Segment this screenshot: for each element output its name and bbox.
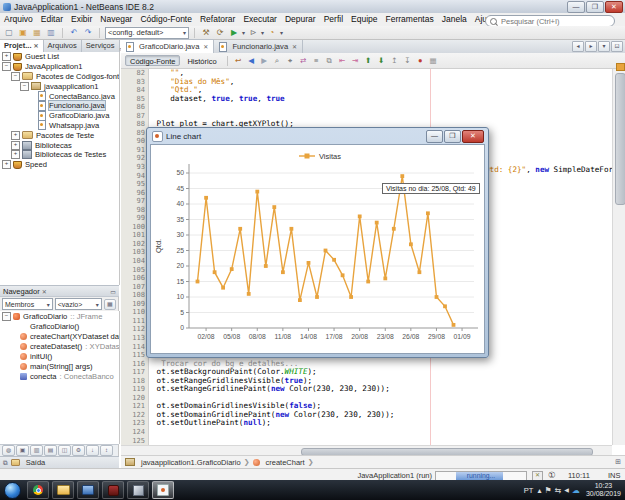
comment-icon[interactable]: ⇤: [337, 55, 348, 66]
menu-ferramentas[interactable]: Ferramentas: [382, 13, 438, 26]
tree-item[interactable]: Funcionario.java: [0, 101, 119, 111]
vertical-scrollbar-thumb[interactable]: [615, 73, 625, 205]
output-tab-row[interactable]: ⧉ Saída: [0, 456, 119, 468]
quick-search[interactable]: [488, 14, 620, 26]
history-view-button[interactable]: Histórico: [182, 55, 221, 66]
menu-código-fonte[interactable]: Código-Fonte: [136, 13, 196, 26]
minimize-button[interactable]: —: [567, 1, 585, 13]
menu-refatorar[interactable]: Refatorar: [196, 13, 239, 26]
code-line[interactable]: 124: [121, 428, 612, 437]
close-icon[interactable]: ✕: [292, 43, 297, 50]
tree-item[interactable]: +Pacotes de Teste: [0, 130, 119, 140]
expand-toggle[interactable]: +: [2, 52, 11, 61]
shift-left-icon[interactable]: ⬆: [363, 55, 374, 66]
profile-dropdown-icon[interactable]: ▾: [280, 29, 283, 36]
find-usages-icon[interactable]: ⌖: [285, 55, 296, 66]
taskbar-display-app[interactable]: [77, 481, 99, 499]
uncomment-icon[interactable]: ⇥: [350, 55, 361, 66]
navigator-item[interactable]: main(String[] args): [0, 361, 119, 371]
tree-item[interactable]: −javaapplication1: [0, 81, 119, 91]
run-icon[interactable]: ▶: [228, 27, 240, 38]
expand-toggle[interactable]: +: [11, 131, 20, 140]
navigator-item[interactable]: conecta: ConectaBanco: [0, 371, 119, 381]
menu-janela[interactable]: Janela: [438, 13, 471, 26]
navigator-item[interactable]: GraficoDiario(): [0, 321, 119, 331]
new-project-icon[interactable]: ▣: [17, 27, 29, 38]
flag-icon[interactable]: ⚑: [544, 486, 551, 495]
empty-combo[interactable]: <vazio>▾: [55, 298, 102, 310]
code-line[interactable]: 123 ot.setOutlinePaint(null);: [121, 419, 612, 428]
chart-canvas[interactable]: 0510152025303540455002/0805/0808/0811/08…: [150, 144, 485, 354]
expand-arrow-icon[interactable]: ▴: [537, 486, 541, 495]
move-up-icon[interactable]: ↥: [389, 55, 400, 66]
debug-dropdown-icon[interactable]: ▾: [261, 29, 264, 36]
build-icon[interactable]: ⚒: [200, 27, 212, 38]
minimize-panel-icon[interactable]: ▭: [110, 288, 116, 295]
tree-item[interactable]: −JavaApplication1: [0, 62, 119, 72]
tree-item[interactable]: GraficoDiario.java: [0, 111, 119, 121]
taskbar-clock[interactable]: 10:23 30/08/2019: [586, 482, 621, 498]
start-button[interactable]: [4, 482, 21, 499]
menu-arquivo[interactable]: Arquivo: [0, 13, 37, 26]
run-dropdown-icon[interactable]: ▾: [242, 29, 245, 36]
back-icon[interactable]: ◀: [246, 55, 257, 66]
scroll-tabs-right-icon[interactable]: ▸: [585, 41, 597, 52]
menu-editar[interactable]: Editar: [37, 13, 67, 26]
taskbar-file-explorer[interactable]: [52, 481, 74, 499]
source-view-button[interactable]: Código-Fonte: [125, 55, 180, 66]
expand-toggle[interactable]: +: [2, 160, 11, 169]
refactor-icon[interactable]: ⇄: [298, 55, 309, 66]
cloud-icon[interactable]: ☁: [572, 486, 580, 495]
format-icon[interactable]: ≡: [311, 55, 322, 66]
navigator-options-icon[interactable]: ▦: [104, 299, 116, 310]
menu-exibir[interactable]: Exibir: [67, 13, 96, 26]
current-line-icon[interactable]: ▦: [428, 55, 439, 66]
close-icon[interactable]: ✕: [34, 43, 39, 49]
maximize-button[interactable]: ❐: [586, 1, 604, 13]
chart-window-titlebar[interactable]: Line chart —❐✕: [147, 128, 488, 144]
tab-list-dropdown-icon[interactable]: ▾: [598, 41, 610, 52]
code-line[interactable]: 86: [121, 103, 612, 112]
clean-build-icon[interactable]: ⟳: [214, 27, 226, 38]
tree-item[interactable]: Whatsapp.java: [0, 121, 119, 131]
redo-icon[interactable]: ↷: [82, 27, 94, 38]
breakpoint-icon[interactable]: ●: [415, 55, 426, 66]
tree-item[interactable]: ConectaBanco.java: [0, 91, 119, 101]
navigator-item[interactable]: createChart(XYDataset dataset): JFr: [0, 331, 119, 341]
profile-icon[interactable]: ◔: [266, 27, 278, 38]
taskbar-workbench-app[interactable]: [102, 481, 124, 499]
duplicate-icon[interactable]: ⧉: [324, 55, 335, 66]
menu-perfil[interactable]: Perfil: [320, 13, 347, 26]
line-chart-window[interactable]: Line chart —❐✕ 0510152025303540455002/08…: [146, 127, 489, 358]
maximize-button[interactable]: ❐: [444, 130, 461, 143]
netbeans-titlebar[interactable]: JavaApplication1 - NetBeans IDE 8.2 —❐✕: [0, 0, 625, 14]
collapse-toggle[interactable]: −: [2, 62, 11, 71]
fields-icon[interactable]: ▤: [44, 445, 57, 456]
taskbar-chrome[interactable]: [27, 481, 49, 499]
breadcrumb-item-method[interactable]: createChart: [266, 458, 305, 467]
members-combo[interactable]: Membros▾: [2, 298, 53, 310]
editor-tab-funcionariojava[interactable]: Funcionario.java✕: [214, 40, 303, 53]
menu-depurar[interactable]: Depurar: [281, 13, 320, 26]
menu-navegar[interactable]: Navegar: [96, 13, 136, 26]
taskbar-java-app[interactable]: [152, 481, 174, 499]
tree-item[interactable]: +Guest List: [0, 52, 119, 62]
bean-view-icon[interactable]: ◍: [2, 445, 15, 456]
navigator-item[interactable]: createDataset(): XYDataset: [0, 341, 119, 351]
menu-equipe[interactable]: Equipe: [347, 13, 381, 26]
collapse-toggle[interactable]: −: [2, 312, 11, 321]
volume-icon[interactable]: ◀: [564, 486, 569, 495]
breadcrumb-options-icon[interactable]: ⊞: [615, 458, 621, 466]
close-button[interactable]: ✕: [605, 1, 623, 13]
language-indicator[interactable]: PT: [524, 486, 534, 495]
window-mode-icon[interactable]: ⧉: [3, 459, 8, 467]
sort-source-icon[interactable]: ↕: [100, 445, 113, 456]
panel-tab-arquivos[interactable]: Arquivos: [44, 40, 82, 52]
vertical-scrollbar[interactable]: [612, 69, 625, 445]
tree-item[interactable]: −Pacotes de Códigos-fonte: [0, 72, 119, 82]
forward-icon[interactable]: ▶: [259, 55, 270, 66]
find-icon[interactable]: ⌕: [272, 55, 283, 66]
output-tab-label[interactable]: Saída: [26, 458, 46, 467]
panel-tab-projet[interactable]: Projet...✕: [0, 40, 44, 52]
sort-alpha-icon[interactable]: ↓: [86, 445, 99, 456]
